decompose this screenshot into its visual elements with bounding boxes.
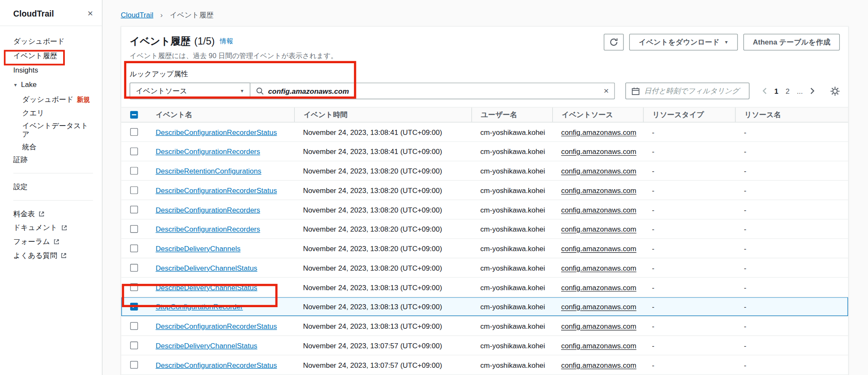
breadcrumb-cloudtrail-link[interactable]: CloudTrail [121,11,153,19]
gear-icon[interactable] [830,86,840,95]
row-checkbox[interactable] [130,303,138,311]
next-page-button[interactable] [810,87,815,94]
breadcrumb-separator-icon: › [160,11,163,19]
sidebar-item-lake[interactable]: ▼Lake [13,81,93,90]
event-name-link[interactable]: DescribeDeliveryChannelStatus [156,341,257,350]
row-checkbox[interactable] [130,186,138,194]
table-row[interactable]: DescribeConfigurationRecorders November … [121,220,848,239]
date-filter-input[interactable]: 日付と時刻でフィルタリング [626,83,750,99]
event-time: November 24, 2023, 13:08:20 (UTC+09:00) [294,244,471,253]
sidebar-link-pricing-label: 料金表 [13,209,35,218]
table-row[interactable]: DescribeConfigurationRecorders November … [121,142,848,162]
sidebar-item-query[interactable]: クエリ [22,109,93,117]
row-checkbox[interactable] [130,148,138,155]
resource-type: - [643,322,735,330]
page-ellipsis: ... [797,87,803,95]
event-time: November 24, 2023, 13:08:20 (UTC+09:00) [294,205,471,214]
column-header-event-name[interactable]: イベント名 [147,110,294,120]
event-name-link[interactable]: DescribeRetentionConfigurations [156,167,261,175]
event-name-link[interactable]: DescribeConfigurationRecorderStatus [156,322,277,330]
event-name-link[interactable]: DescribeDeliveryChannelStatus [156,283,257,291]
column-header-event-time[interactable]: イベント時間 [294,108,471,122]
sidebar-item-lake-dashboard[interactable]: ダッシュボード新規 [22,95,93,104]
column-header-resource-type[interactable]: リソースタイプ [643,108,735,122]
info-link[interactable]: 情報 [220,36,233,46]
sidebar-link-faq[interactable]: よくある質問 [13,251,93,260]
event-name-link[interactable]: DescribeDeliveryChannelStatus [156,263,257,272]
sidebar-item-integration[interactable]: 統合 [22,142,93,151]
column-header-user-name[interactable]: ユーザー名 [471,108,552,122]
sidebar-item-trails[interactable]: 証跡 [13,155,93,164]
search-input[interactable]: config.amazonaws.com × [250,83,615,99]
event-time: November 24, 2023, 13:08:13 (UTC+09:00) [294,322,471,330]
table-row[interactable]: DescribeDeliveryChannelStatus November 2… [121,258,848,278]
lookup-attribute-select[interactable]: イベントソース ▼ [130,83,250,99]
prev-page-button[interactable] [762,87,767,94]
table-row[interactable]: DescribeDeliveryChannels November 24, 20… [121,239,848,258]
close-icon[interactable]: × [88,9,93,18]
event-source: config.amazonaws.com [561,147,637,156]
select-all-checkbox[interactable] [130,111,138,118]
event-source: config.amazonaws.com [561,302,637,311]
create-athena-table-button[interactable]: Athena テーブルを作成 [743,34,840,50]
refresh-icon [609,38,618,47]
column-header-event-source[interactable]: イベントソース [552,108,643,122]
sidebar-item-settings[interactable]: 設定 [13,182,93,191]
user-name: cm-yoshikawa.kohei [471,302,552,311]
row-checkbox[interactable] [130,341,138,349]
external-link-icon [53,238,60,245]
sidebar-item-dashboard[interactable]: ダッシュボード [13,37,93,46]
resource-name: - [735,167,848,175]
clear-search-icon[interactable]: × [604,87,609,95]
sidebar-link-documentation[interactable]: ドキュメント [13,223,93,232]
event-name-link[interactable]: DescribeConfigurationRecorderStatus [156,128,277,136]
event-name-link[interactable]: DescribeDeliveryChannels [156,244,240,253]
resource-type: - [643,186,735,194]
event-name-link[interactable]: DescribeConfigurationRecorders [156,225,260,233]
event-name-link[interactable]: DescribeConfigurationRecorders [156,147,260,156]
row-checkbox[interactable] [130,361,138,369]
table-row[interactable]: DescribeConfigurationRecorderStatus Nove… [121,123,848,142]
page-number-1[interactable]: 1 [774,87,778,95]
event-name-link[interactable]: StopConfigurationRecorder [156,302,243,311]
table-row[interactable]: DescribeDeliveryChannelStatus November 2… [121,336,848,355]
event-time: November 24, 2023, 13:08:41 (UTC+09:00) [294,128,471,136]
resource-name: - [735,263,848,272]
refresh-button[interactable] [604,34,624,50]
main-content: CloudTrail › イベント履歴 イベント履歴 (1/5) 情報 イベント… [103,0,868,375]
table-row[interactable]: DescribeConfigurationRecorderStatus Nove… [121,316,848,336]
sidebar-item-event-data-store[interactable]: イベントデータストア [22,121,93,138]
sidebar-item-event-history[interactable]: イベント履歴 [13,52,93,61]
row-checkbox[interactable] [130,167,138,174]
column-header-resource-name[interactable]: リソース名 [735,108,848,122]
table-row[interactable]: StopConfigurationRecorder November 24, 2… [121,297,848,317]
event-source: config.amazonaws.com [561,283,637,291]
page-number-2[interactable]: 2 [786,87,790,95]
sidebar-nav: ダッシュボード イベント履歴 Insights ▼Lake ダッシュボード新規 … [0,26,102,260]
table-row[interactable]: DescribeRetentionConfigurations November… [121,161,848,181]
resource-type: - [643,341,735,350]
table-row[interactable]: DescribeConfigurationRecorders November … [121,200,848,220]
sidebar-link-forum[interactable]: フォーラム [13,237,93,246]
table-row[interactable]: DescribeDeliveryChannelStatus November 2… [121,278,848,297]
sidebar-link-pricing[interactable]: 料金表 [13,209,93,218]
event-name-link[interactable]: DescribeConfigurationRecorders [156,205,260,214]
row-checkbox[interactable] [130,322,138,330]
row-checkbox[interactable] [130,244,138,252]
table-row[interactable]: DescribeConfigurationRecorderStatus Nove… [121,355,848,375]
row-checkbox[interactable] [130,128,138,136]
sidebar-item-insights[interactable]: Insights [13,66,93,75]
row-checkbox[interactable] [130,206,138,213]
row-checkbox[interactable] [130,225,138,233]
table-row[interactable]: DescribeConfigurationRecorderStatus Nove… [121,181,848,200]
download-events-button[interactable]: イベントをダウンロード ▼ [629,34,738,50]
resource-name: - [735,283,848,291]
event-table: イベント名 イベント時間 ユーザー名 イベントソース リソースタイプ リソース名… [121,107,848,375]
user-name: cm-yoshikawa.kohei [471,186,552,194]
row-checkbox[interactable] [130,264,138,271]
event-name-link[interactable]: DescribeConfigurationRecorderStatus [156,186,277,194]
event-source: config.amazonaws.com [561,322,637,330]
event-name-link[interactable]: DescribeConfigurationRecorderStatus [156,361,277,369]
row-checkbox[interactable] [130,283,138,291]
resource-name: - [735,186,848,194]
